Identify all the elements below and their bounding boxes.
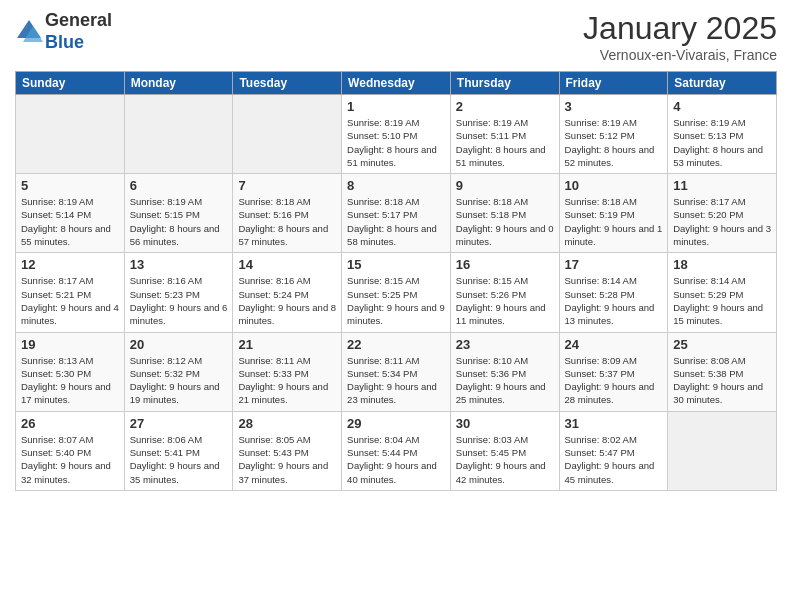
day-number: 6	[130, 178, 228, 193]
day-number: 2	[456, 99, 554, 114]
calendar-cell: 26Sunrise: 8:07 AM Sunset: 5:40 PM Dayli…	[16, 411, 125, 490]
calendar-cell: 21Sunrise: 8:11 AM Sunset: 5:33 PM Dayli…	[233, 332, 342, 411]
weekday-header-thursday: Thursday	[450, 72, 559, 95]
calendar-cell	[668, 411, 777, 490]
day-number: 14	[238, 257, 336, 272]
weekday-header-tuesday: Tuesday	[233, 72, 342, 95]
day-info: Sunrise: 8:18 AM Sunset: 5:18 PM Dayligh…	[456, 195, 554, 248]
day-number: 4	[673, 99, 771, 114]
day-number: 15	[347, 257, 445, 272]
day-number: 29	[347, 416, 445, 431]
day-number: 26	[21, 416, 119, 431]
calendar-cell: 11Sunrise: 8:17 AM Sunset: 5:20 PM Dayli…	[668, 174, 777, 253]
page: General Blue January 2025 Vernoux-en-Viv…	[0, 0, 792, 612]
day-info: Sunrise: 8:04 AM Sunset: 5:44 PM Dayligh…	[347, 433, 445, 486]
calendar-cell: 18Sunrise: 8:14 AM Sunset: 5:29 PM Dayli…	[668, 253, 777, 332]
day-info: Sunrise: 8:14 AM Sunset: 5:28 PM Dayligh…	[565, 274, 663, 327]
calendar-cell: 16Sunrise: 8:15 AM Sunset: 5:26 PM Dayli…	[450, 253, 559, 332]
weekday-header-sunday: Sunday	[16, 72, 125, 95]
weekday-header-friday: Friday	[559, 72, 668, 95]
calendar-cell: 20Sunrise: 8:12 AM Sunset: 5:32 PM Dayli…	[124, 332, 233, 411]
day-number: 18	[673, 257, 771, 272]
day-number: 20	[130, 337, 228, 352]
day-info: Sunrise: 8:03 AM Sunset: 5:45 PM Dayligh…	[456, 433, 554, 486]
logo-icon	[15, 18, 43, 46]
day-info: Sunrise: 8:19 AM Sunset: 5:12 PM Dayligh…	[565, 116, 663, 169]
day-info: Sunrise: 8:02 AM Sunset: 5:47 PM Dayligh…	[565, 433, 663, 486]
day-info: Sunrise: 8:19 AM Sunset: 5:10 PM Dayligh…	[347, 116, 445, 169]
day-number: 16	[456, 257, 554, 272]
day-number: 22	[347, 337, 445, 352]
calendar-cell: 31Sunrise: 8:02 AM Sunset: 5:47 PM Dayli…	[559, 411, 668, 490]
day-info: Sunrise: 8:16 AM Sunset: 5:24 PM Dayligh…	[238, 274, 336, 327]
day-number: 1	[347, 99, 445, 114]
calendar-cell: 24Sunrise: 8:09 AM Sunset: 5:37 PM Dayli…	[559, 332, 668, 411]
day-number: 23	[456, 337, 554, 352]
logo-blue: Blue	[45, 32, 84, 52]
day-info: Sunrise: 8:06 AM Sunset: 5:41 PM Dayligh…	[130, 433, 228, 486]
day-info: Sunrise: 8:07 AM Sunset: 5:40 PM Dayligh…	[21, 433, 119, 486]
calendar-cell: 6Sunrise: 8:19 AM Sunset: 5:15 PM Daylig…	[124, 174, 233, 253]
day-number: 8	[347, 178, 445, 193]
calendar-cell: 27Sunrise: 8:06 AM Sunset: 5:41 PM Dayli…	[124, 411, 233, 490]
day-number: 24	[565, 337, 663, 352]
calendar-cell: 13Sunrise: 8:16 AM Sunset: 5:23 PM Dayli…	[124, 253, 233, 332]
day-number: 27	[130, 416, 228, 431]
calendar-cell: 23Sunrise: 8:10 AM Sunset: 5:36 PM Dayli…	[450, 332, 559, 411]
calendar-cell: 29Sunrise: 8:04 AM Sunset: 5:44 PM Dayli…	[342, 411, 451, 490]
weekday-header-monday: Monday	[124, 72, 233, 95]
calendar-cell: 2Sunrise: 8:19 AM Sunset: 5:11 PM Daylig…	[450, 95, 559, 174]
week-row-4: 19Sunrise: 8:13 AM Sunset: 5:30 PM Dayli…	[16, 332, 777, 411]
day-info: Sunrise: 8:19 AM Sunset: 5:15 PM Dayligh…	[130, 195, 228, 248]
day-info: Sunrise: 8:11 AM Sunset: 5:34 PM Dayligh…	[347, 354, 445, 407]
day-info: Sunrise: 8:09 AM Sunset: 5:37 PM Dayligh…	[565, 354, 663, 407]
day-number: 13	[130, 257, 228, 272]
calendar-cell: 3Sunrise: 8:19 AM Sunset: 5:12 PM Daylig…	[559, 95, 668, 174]
week-row-2: 5Sunrise: 8:19 AM Sunset: 5:14 PM Daylig…	[16, 174, 777, 253]
week-row-5: 26Sunrise: 8:07 AM Sunset: 5:40 PM Dayli…	[16, 411, 777, 490]
day-info: Sunrise: 8:16 AM Sunset: 5:23 PM Dayligh…	[130, 274, 228, 327]
calendar-cell: 28Sunrise: 8:05 AM Sunset: 5:43 PM Dayli…	[233, 411, 342, 490]
day-number: 25	[673, 337, 771, 352]
calendar-cell: 8Sunrise: 8:18 AM Sunset: 5:17 PM Daylig…	[342, 174, 451, 253]
calendar-header: SundayMondayTuesdayWednesdayThursdayFrid…	[16, 72, 777, 95]
day-info: Sunrise: 8:13 AM Sunset: 5:30 PM Dayligh…	[21, 354, 119, 407]
weekday-row: SundayMondayTuesdayWednesdayThursdayFrid…	[16, 72, 777, 95]
calendar-cell: 17Sunrise: 8:14 AM Sunset: 5:28 PM Dayli…	[559, 253, 668, 332]
calendar-body: 1Sunrise: 8:19 AM Sunset: 5:10 PM Daylig…	[16, 95, 777, 491]
day-info: Sunrise: 8:17 AM Sunset: 5:21 PM Dayligh…	[21, 274, 119, 327]
day-number: 30	[456, 416, 554, 431]
calendar-cell: 22Sunrise: 8:11 AM Sunset: 5:34 PM Dayli…	[342, 332, 451, 411]
day-number: 10	[565, 178, 663, 193]
calendar-cell: 12Sunrise: 8:17 AM Sunset: 5:21 PM Dayli…	[16, 253, 125, 332]
calendar-cell: 14Sunrise: 8:16 AM Sunset: 5:24 PM Dayli…	[233, 253, 342, 332]
weekday-header-wednesday: Wednesday	[342, 72, 451, 95]
day-info: Sunrise: 8:18 AM Sunset: 5:19 PM Dayligh…	[565, 195, 663, 248]
day-info: Sunrise: 8:12 AM Sunset: 5:32 PM Dayligh…	[130, 354, 228, 407]
calendar-cell: 5Sunrise: 8:19 AM Sunset: 5:14 PM Daylig…	[16, 174, 125, 253]
day-info: Sunrise: 8:15 AM Sunset: 5:26 PM Dayligh…	[456, 274, 554, 327]
title-section: January 2025 Vernoux-en-Vivarais, France	[583, 10, 777, 63]
logo: General Blue	[15, 10, 112, 53]
day-info: Sunrise: 8:14 AM Sunset: 5:29 PM Dayligh…	[673, 274, 771, 327]
day-number: 11	[673, 178, 771, 193]
week-row-1: 1Sunrise: 8:19 AM Sunset: 5:10 PM Daylig…	[16, 95, 777, 174]
header: General Blue January 2025 Vernoux-en-Viv…	[15, 10, 777, 63]
day-info: Sunrise: 8:17 AM Sunset: 5:20 PM Dayligh…	[673, 195, 771, 248]
calendar-cell	[233, 95, 342, 174]
day-info: Sunrise: 8:19 AM Sunset: 5:14 PM Dayligh…	[21, 195, 119, 248]
calendar-cell: 4Sunrise: 8:19 AM Sunset: 5:13 PM Daylig…	[668, 95, 777, 174]
location: Vernoux-en-Vivarais, France	[583, 47, 777, 63]
day-info: Sunrise: 8:18 AM Sunset: 5:17 PM Dayligh…	[347, 195, 445, 248]
day-info: Sunrise: 8:05 AM Sunset: 5:43 PM Dayligh…	[238, 433, 336, 486]
calendar-table: SundayMondayTuesdayWednesdayThursdayFrid…	[15, 71, 777, 491]
day-number: 9	[456, 178, 554, 193]
weekday-header-saturday: Saturday	[668, 72, 777, 95]
calendar-cell: 19Sunrise: 8:13 AM Sunset: 5:30 PM Dayli…	[16, 332, 125, 411]
day-number: 12	[21, 257, 119, 272]
calendar-cell: 10Sunrise: 8:18 AM Sunset: 5:19 PM Dayli…	[559, 174, 668, 253]
day-info: Sunrise: 8:15 AM Sunset: 5:25 PM Dayligh…	[347, 274, 445, 327]
day-number: 21	[238, 337, 336, 352]
week-row-3: 12Sunrise: 8:17 AM Sunset: 5:21 PM Dayli…	[16, 253, 777, 332]
day-info: Sunrise: 8:10 AM Sunset: 5:36 PM Dayligh…	[456, 354, 554, 407]
